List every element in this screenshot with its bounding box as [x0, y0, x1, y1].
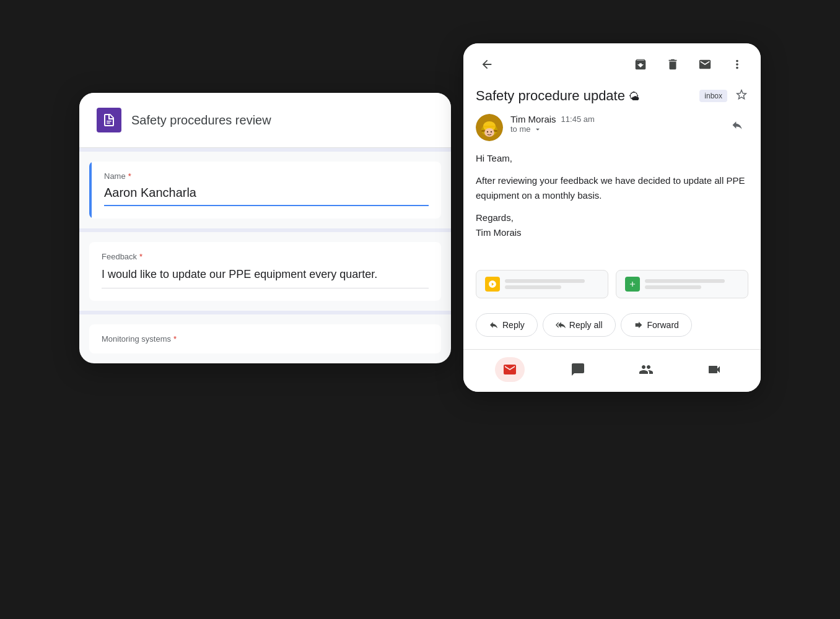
document-icon — [102, 113, 116, 128]
feedback-field: Feedback * I would like to update our PP… — [89, 242, 441, 301]
feedback-value[interactable]: I would like to update our PPE equipment… — [102, 266, 429, 288]
subject-row: Safety procedure update 🌤 inbox — [463, 85, 761, 114]
attachment-chip-2[interactable] — [616, 270, 748, 298]
form-title: Safety procedures review — [131, 113, 271, 128]
attachment-icon-yellow — [485, 277, 500, 292]
avatar-image — [476, 114, 503, 141]
email-body: Hi Team, After reviewing your feedback w… — [463, 151, 761, 260]
svg-rect-0 — [107, 121, 112, 122]
svg-point-7 — [484, 128, 494, 137]
weather-icon: 🌤 — [629, 90, 640, 103]
email-regards: Regards, Tim Morais — [476, 210, 748, 240]
nav-spaces[interactable] — [631, 357, 661, 382]
attachment-icon-green — [625, 277, 640, 292]
text-line — [505, 279, 585, 283]
email-toolbar — [463, 43, 761, 85]
delete-button[interactable] — [662, 53, 684, 76]
name-field: Name * Aaron Kancharla — [89, 162, 441, 219]
name-required: * — [128, 171, 131, 181]
monitoring-required: * — [173, 334, 177, 344]
sender-name: Tim Morais — [510, 114, 556, 124]
sender-to[interactable]: to me — [510, 124, 719, 134]
bottom-nav — [463, 349, 761, 392]
nav-chat[interactable] — [563, 357, 593, 382]
feedback-field-section: Feedback * I would like to update our PP… — [89, 242, 441, 301]
text-line — [645, 285, 701, 289]
sender-avatar — [476, 114, 503, 141]
form-divider — [79, 148, 451, 152]
archive-button[interactable] — [629, 53, 652, 76]
star-button[interactable] — [735, 88, 748, 104]
sender-row: Tim Morais 11:45 am to me — [463, 114, 761, 151]
name-field-section: Name * Aaron Kancharla — [89, 162, 441, 219]
sender-name-row: Tim Morais 11:45 am — [510, 114, 719, 124]
forward-button[interactable]: Forward — [621, 313, 692, 337]
sender-info: Tim Morais 11:45 am to me — [510, 114, 719, 134]
text-line — [645, 279, 725, 283]
svg-point-9 — [491, 131, 492, 132]
more-button[interactable] — [726, 53, 748, 76]
monitoring-label: Monitoring systems * — [102, 334, 429, 344]
form-card: Safety procedures review Name * Aaron Ka… — [79, 93, 451, 363]
form-icon — [97, 108, 121, 132]
quick-reply-button[interactable] — [726, 114, 748, 136]
form-divider-2 — [79, 228, 451, 232]
email-card: Safety procedure update 🌤 inbox — [463, 43, 761, 392]
reply-button[interactable]: Reply — [476, 313, 538, 337]
back-button[interactable] — [476, 53, 498, 76]
name-value[interactable]: Aaron Kancharla — [104, 186, 429, 206]
monitoring-field-section: Monitoring systems * — [89, 324, 441, 353]
form-divider-3 — [79, 311, 451, 314]
email-subject: Safety procedure update 🌤 — [476, 88, 692, 104]
sender-time: 11:45 am — [561, 115, 595, 124]
feedback-required: * — [139, 252, 142, 261]
nav-mail[interactable] — [495, 357, 525, 382]
reply-all-button[interactable]: Reply all — [543, 313, 616, 337]
email-greeting: Hi Team, — [476, 151, 748, 166]
attachment-1-text — [505, 279, 599, 289]
svg-rect-1 — [107, 123, 110, 124]
text-line — [505, 285, 561, 289]
action-buttons: Reply Reply all Forward — [463, 308, 761, 349]
form-header: Safety procedures review — [79, 93, 451, 148]
attachment-2-text — [645, 279, 739, 289]
inbox-badge[interactable]: inbox — [699, 90, 727, 102]
attachments-row — [463, 260, 761, 308]
name-label: Name * — [104, 171, 429, 181]
toolbar-right — [629, 53, 748, 76]
attachment-chip-1[interactable] — [476, 270, 608, 298]
toolbar-left — [476, 53, 498, 76]
mail-button[interactable] — [694, 53, 716, 76]
feedback-label: Feedback * — [102, 252, 429, 261]
email-body-text: After reviewing your feedback we have de… — [476, 173, 748, 203]
svg-rect-6 — [483, 126, 496, 128]
svg-point-8 — [487, 131, 488, 132]
nav-meet[interactable] — [699, 357, 729, 382]
